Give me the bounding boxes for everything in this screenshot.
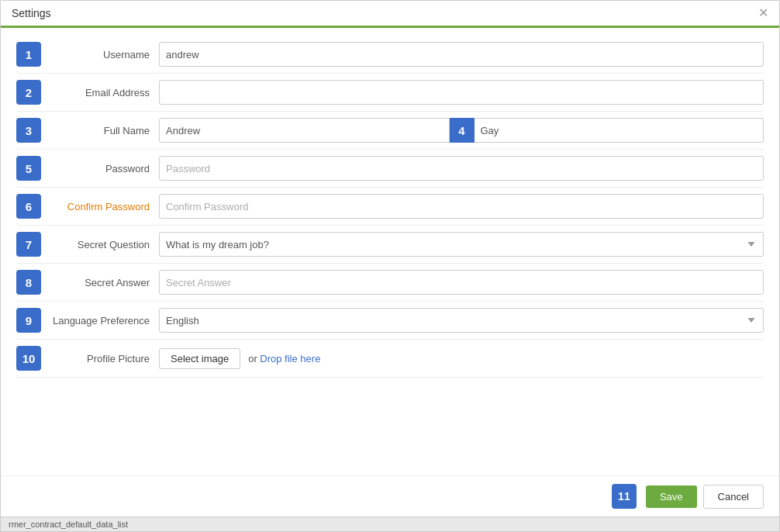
step-badge-6: 6 <box>16 194 41 219</box>
step-badge-10: 10 <box>16 346 41 371</box>
fullname-label: Full Name <box>49 125 150 136</box>
step-badge-5: 5 <box>16 156 41 181</box>
dialog-footer: 11 Save Cancel <box>1 475 779 516</box>
save-button[interactable]: Save <box>646 485 697 508</box>
cancel-button[interactable]: Cancel <box>703 485 764 509</box>
language-label: Language Preference <box>49 315 150 326</box>
dialog-header: Settings ✕ <box>1 1 779 28</box>
drop-file-text: or Drop file here <box>248 353 320 364</box>
step-badge-2: 2 <box>16 80 41 105</box>
email-row: 2 Email Address <box>16 74 764 112</box>
step-badge-1: 1 <box>16 42 41 67</box>
fullname-inputs: 4 <box>159 118 764 143</box>
secret-question-row: 7 Secret Question What is my dream job? … <box>16 226 764 264</box>
secret-question-label: Secret Question <box>49 239 150 250</box>
status-text: rmer_contract_default_data_list <box>9 520 128 529</box>
step-badge-8: 8 <box>16 270 41 295</box>
email-input[interactable] <box>159 80 764 105</box>
language-row: 9 Language Preference English Spanish Fr… <box>16 302 764 340</box>
profile-picture-label: Profile Picture <box>49 353 150 364</box>
language-select[interactable]: English Spanish French German <box>159 308 764 333</box>
dialog-title: Settings <box>12 7 51 19</box>
dialog-body: 1 Username 2 Email Address 3 Full Name 4… <box>1 28 779 475</box>
password-label: Password <box>49 163 150 174</box>
drop-file-strong: Drop file here <box>260 353 320 364</box>
secret-question-select[interactable]: What is my dream job? What is my pet's n… <box>159 232 764 257</box>
fullname-row: 3 Full Name 4 <box>16 112 764 150</box>
status-bar: rmer_contract_default_data_list <box>1 516 779 531</box>
close-button[interactable]: ✕ <box>758 7 768 19</box>
step-badge-7: 7 <box>16 232 41 257</box>
secret-answer-input[interactable] <box>159 270 764 295</box>
password-input[interactable] <box>159 156 764 181</box>
username-row: 1 Username <box>16 36 764 74</box>
step-badge-4: 4 <box>450 118 475 143</box>
settings-dialog: Settings ✕ 1 Username 2 Email Address 3 … <box>0 0 780 532</box>
lastname-input[interactable] <box>475 118 764 143</box>
confirm-password-row: 6 Confirm Password <box>16 188 764 226</box>
step-badge-11: 11 <box>612 484 637 509</box>
username-input[interactable] <box>159 42 764 67</box>
confirm-password-input[interactable] <box>159 194 764 219</box>
profile-picture-area: Select image or Drop file here <box>159 348 764 369</box>
profile-picture-row: 10 Profile Picture Select image or Drop … <box>16 340 764 378</box>
email-label: Email Address <box>49 87 150 98</box>
confirm-password-label: Confirm Password <box>49 201 150 212</box>
step-badge-9: 9 <box>16 308 41 333</box>
secret-answer-label: Secret Answer <box>49 277 150 288</box>
firstname-input[interactable] <box>159 118 450 143</box>
secret-answer-row: 8 Secret Answer <box>16 264 764 302</box>
step-badge-3: 3 <box>16 118 41 143</box>
select-image-button[interactable]: Select image <box>159 348 240 369</box>
username-label: Username <box>49 49 150 60</box>
password-row: 5 Password <box>16 150 764 188</box>
